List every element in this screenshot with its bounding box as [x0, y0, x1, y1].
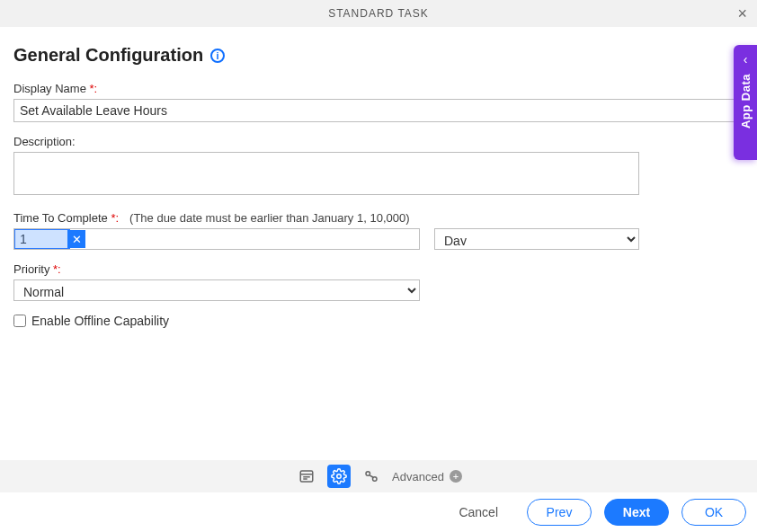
gear-icon[interactable]: [327, 465, 351, 488]
description-label: Description:: [13, 135, 744, 148]
advanced-toggle[interactable]: Advanced +: [392, 470, 462, 483]
window-title: STANDARD TASK: [328, 7, 429, 20]
priority-label: Priority *:: [13, 262, 744, 276]
clear-icon[interactable]: ✕: [67, 230, 85, 248]
title-bar: STANDARD TASK ×: [0, 0, 757, 27]
priority-select[interactable]: Normal: [13, 279, 420, 301]
display-name-label: Display Name *:: [13, 82, 744, 95]
button-row: Cancel Prev Next OK: [0, 492, 757, 532]
ttc-unit-select[interactable]: Day: [434, 228, 639, 250]
ok-button[interactable]: OK: [681, 499, 746, 526]
chevron-left-icon: ‹: [744, 52, 748, 66]
content-area: General Configuration i Display Name *: …: [0, 27, 757, 328]
svg-point-4: [337, 474, 342, 479]
cancel-button[interactable]: Cancel: [442, 499, 514, 526]
page-title: General Configuration: [13, 45, 203, 66]
display-name-input[interactable]: [13, 99, 744, 122]
app-data-tab-label: App Data: [739, 74, 753, 129]
ttc-hint: (The due date must be earlier than Janua…: [129, 211, 409, 225]
app-data-tab[interactable]: ‹ App Data: [734, 45, 757, 160]
offline-checkbox[interactable]: [13, 315, 26, 327]
close-icon[interactable]: ×: [737, 4, 748, 23]
workflow-icon[interactable]: [360, 465, 383, 488]
form-view-icon[interactable]: [295, 465, 318, 488]
ttc-label: Time To Complete *:: [13, 211, 119, 225]
advanced-label: Advanced: [392, 470, 444, 483]
offline-label: Enable Offline Capability: [31, 314, 169, 328]
prev-button[interactable]: Prev: [527, 499, 592, 526]
bottom-toolbar: Advanced +: [0, 460, 757, 492]
description-textarea[interactable]: [13, 152, 639, 195]
info-icon[interactable]: i: [210, 49, 225, 63]
next-button[interactable]: Next: [604, 499, 669, 526]
plus-icon: +: [450, 470, 462, 483]
